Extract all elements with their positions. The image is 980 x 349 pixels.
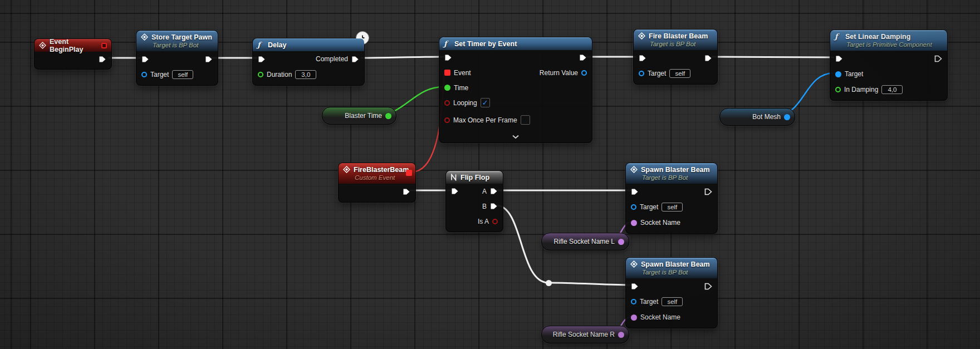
pin-label: Target [640,203,658,211]
exec-out-pin[interactable] [934,55,942,62]
event-diamond-icon [638,32,645,40]
exec-out-pin[interactable] [205,56,213,63]
node-set-timer-by-event[interactable]: ƒ Set Timer by Event Event Return Value … [439,37,592,143]
exec-out-pin[interactable] [403,188,410,195]
node-title: Event BeginPlay [50,38,95,53]
completed-exec-out-pin[interactable] [351,56,359,63]
variable-label: Rifle Socket Name R [553,331,615,338]
expand-advanced-pins-chevron[interactable] [512,133,520,141]
pin-label: Socket Name [640,219,680,227]
node-title: Spawn Blaster Beam [641,260,710,268]
exec-in-pin[interactable] [141,56,149,63]
function-icon: ƒ [444,40,451,48]
target-pin[interactable] [631,204,636,210]
target-value-field[interactable]: self [661,203,683,212]
max-once-pin[interactable] [444,117,450,123]
exec-in-pin[interactable] [631,283,639,290]
node-title: Set Timer by Event [454,40,517,48]
looping-pin[interactable] [444,100,450,106]
delegate-pin[interactable] [101,43,107,48]
exec-in-pin[interactable] [451,188,459,195]
pin-label: B [482,203,487,210]
node-title: Store Target Pawn [151,33,212,41]
pin-label: Return Value [540,69,578,77]
socket-name-pin[interactable] [631,314,637,321]
function-icon: ƒ [257,41,264,49]
node-subtitle: Custom Event [355,174,411,181]
pin-label: In Damping [844,86,878,94]
socket-name-pin[interactable] [631,220,637,226]
exec-out-pin[interactable] [579,54,587,61]
b-exec-out-pin[interactable] [490,203,498,210]
in-damping-value-field[interactable]: 4,0 [881,85,903,94]
max-once-checkbox[interactable] [521,115,530,125]
variable-node-bot-mesh[interactable]: Bot Mesh [719,108,795,126]
delegate-out-pin[interactable] [406,170,412,176]
node-spawn-blaster-beam-bottom[interactable]: Spawn Blaster Beam Target is BP Bot Targ… [625,257,718,328]
duration-value-field[interactable]: 3,0 [295,70,316,79]
pin-label: Target [648,70,666,77]
node-flip-flop[interactable]: Flip Flop A B Is A [445,170,503,232]
exec-out-pin[interactable] [704,283,712,290]
is-a-pin[interactable] [492,219,498,224]
looping-checkbox[interactable]: ✓ [481,98,490,107]
node-delay[interactable]: ƒ Delay Completed Duration 3,0 [252,38,365,86]
target-pin[interactable] [639,71,644,76]
exec-in-pin[interactable] [258,56,266,63]
pin-label: Completed [316,55,348,63]
node-title: Flip Flop [460,174,489,181]
pin-label: Duration [267,71,292,78]
node-subtitle: Target is BP Bot [642,269,713,276]
pin-label: Target [845,70,863,78]
function-icon: ƒ [835,32,842,41]
target-value-field[interactable]: self [172,70,193,79]
exec-in-pin[interactable] [639,55,646,62]
node-event-beginplay[interactable]: Event BeginPlay [34,38,112,70]
return-value-pin[interactable] [581,70,587,76]
variable-node-rifle-socket-name-r[interactable]: Rifle Socket Name R [541,326,629,343]
blueprint-graph-canvas[interactable]: Event BeginPlay Store Target Pawn Target… [0,0,980,349]
pin-label: Max Once Per Frame [453,116,517,124]
variable-node-blaster-time[interactable]: Blaster Time [322,107,396,125]
node-spawn-blaster-beam-top[interactable]: Spawn Blaster Beam Target is BP Bot Targ… [625,163,718,234]
node-subtitle: Target is BP Bot [642,174,713,181]
node-title: Set Linear Damping [845,33,910,41]
node-title: Spawn Blaster Beam [641,166,710,174]
wire-delay-to-settimer [361,57,444,58]
event-diamond-icon [343,166,350,173]
in-damping-pin[interactable] [835,87,841,92]
node-set-linear-damping[interactable]: ƒ Set Linear Damping Target is Primitive… [830,30,948,101]
node-subtitle: Target is Primitive Component [846,41,943,48]
target-value-field[interactable]: self [669,69,690,78]
pin-label: Target [640,298,658,306]
variable-node-rifle-socket-name-l[interactable]: Rifle Socket Name L [541,233,629,250]
target-pin[interactable] [835,71,841,77]
node-subtitle: Target is BP Bot [153,42,213,49]
exec-in-pin[interactable] [835,55,843,62]
target-pin[interactable] [141,72,147,77]
event-delegate-pin[interactable] [444,70,450,76]
exec-out-pin[interactable] [704,55,712,62]
rifle-socket-l-out-pin[interactable] [618,239,624,245]
duration-pin[interactable] [258,72,263,77]
variable-label: Bot Mesh [752,113,781,121]
exec-out-pin[interactable] [704,188,712,195]
event-diamond-icon [630,166,638,173]
a-exec-out-pin[interactable] [490,188,498,195]
exec-out-pin[interactable] [99,56,106,63]
bot-mesh-out-pin[interactable] [784,114,790,120]
node-fireblasterbeam-custom-event[interactable]: FireBlasterBeam Custom Event [338,163,416,203]
target-pin[interactable] [631,299,636,304]
pin-label: Time [454,84,468,92]
exec-in-pin[interactable] [444,54,452,61]
event-diamond-icon [141,33,148,41]
target-value-field[interactable]: self [661,297,683,306]
node-store-target-pawn[interactable]: Store Target Pawn Target is BP Bot Targe… [136,30,218,86]
exec-in-pin[interactable] [631,188,639,195]
time-pin[interactable] [444,85,450,91]
reroute-node[interactable] [546,280,552,286]
node-fire-blaster-beam[interactable]: Fire Blaster Beam Target is BP Bot Targe… [633,29,718,85]
node-title: FireBlasterBeam [354,166,409,174]
rifle-socket-r-out-pin[interactable] [618,332,624,338]
blaster-time-out-pin[interactable] [385,113,391,119]
